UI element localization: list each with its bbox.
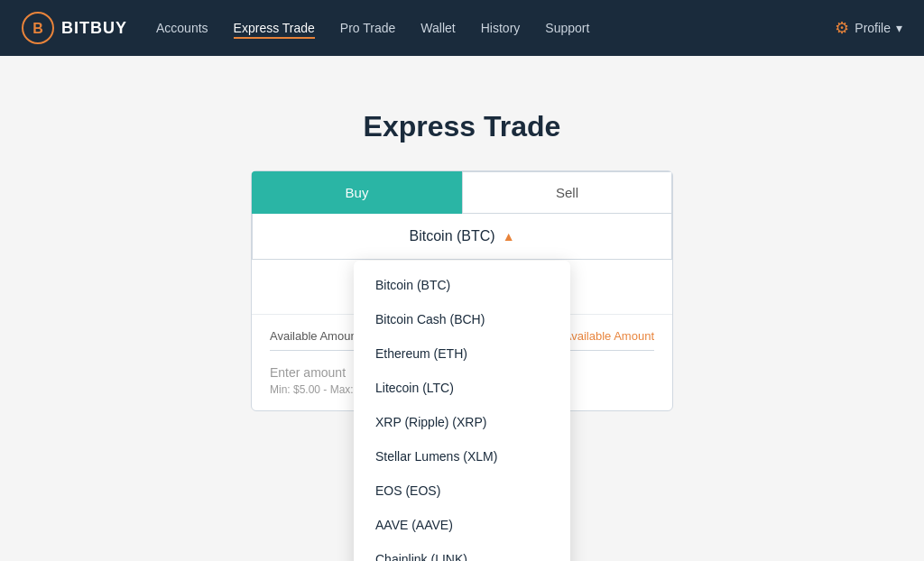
coin-option-ltc[interactable]: Litecoin (LTC) xyxy=(354,371,570,405)
sell-tab[interactable]: Sell xyxy=(462,171,672,214)
brand-name: BITBUY xyxy=(61,19,127,38)
coin-option-aave[interactable]: AAVE (AAVE) xyxy=(354,508,570,542)
chevron-up-icon: ▲ xyxy=(503,229,515,244)
chevron-down-icon: ▾ xyxy=(896,21,902,35)
trade-card: Buy Sell Bitcoin (BTC) ▲ Bitcoin (BTC) B… xyxy=(251,170,673,411)
gear-icon: ⚙ xyxy=(835,18,849,38)
nav-wallet[interactable]: Wallet xyxy=(420,17,455,39)
nav-pro-trade[interactable]: Pro Trade xyxy=(340,17,395,39)
coin-option-eos[interactable]: EOS (EOS) xyxy=(354,474,570,508)
selected-coin-label: Bitcoin (BTC) xyxy=(410,228,495,244)
logo[interactable]: B BITBUY xyxy=(22,12,127,44)
logo-icon: B xyxy=(22,12,54,44)
trade-tabs: Buy Sell xyxy=(252,171,672,214)
coin-option-link[interactable]: Chainlink (LINK) xyxy=(354,542,570,561)
nav-express-trade[interactable]: Express Trade xyxy=(234,17,315,39)
page-title: Express Trade xyxy=(364,110,561,143)
svg-text:B: B xyxy=(32,21,43,36)
nav-support[interactable]: Support xyxy=(545,17,589,39)
coin-option-eth[interactable]: Ethereum (ETH) xyxy=(354,336,570,371)
coin-option-xrp[interactable]: XRP (Ripple) (XRP) xyxy=(354,405,570,439)
coin-dropdown-menu: Bitcoin (BTC) Bitcoin Cash (BCH) Ethereu… xyxy=(354,261,570,561)
coin-dropdown-trigger[interactable]: Bitcoin (BTC) ▲ Bitcoin (BTC) Bitcoin Ca… xyxy=(252,214,672,260)
nav-history[interactable]: History xyxy=(481,17,521,39)
profile-label: Profile xyxy=(855,21,891,35)
nav-accounts[interactable]: Accounts xyxy=(156,17,208,39)
coin-option-btc[interactable]: Bitcoin (BTC) xyxy=(354,268,570,302)
coin-option-xlm[interactable]: Stellar Lumens (XLM) xyxy=(354,439,570,474)
main-content: Express Trade Buy Sell Bitcoin (BTC) ▲ B… xyxy=(0,56,924,561)
buy-tab[interactable]: Buy xyxy=(252,171,462,214)
coin-option-bch[interactable]: Bitcoin Cash (BCH) xyxy=(354,302,570,336)
nav-links: Accounts Express Trade Pro Trade Wallet … xyxy=(156,17,835,39)
navbar: B BITBUY Accounts Express Trade Pro Trad… xyxy=(0,0,924,56)
profile-menu[interactable]: ⚙ Profile ▾ xyxy=(835,18,902,38)
